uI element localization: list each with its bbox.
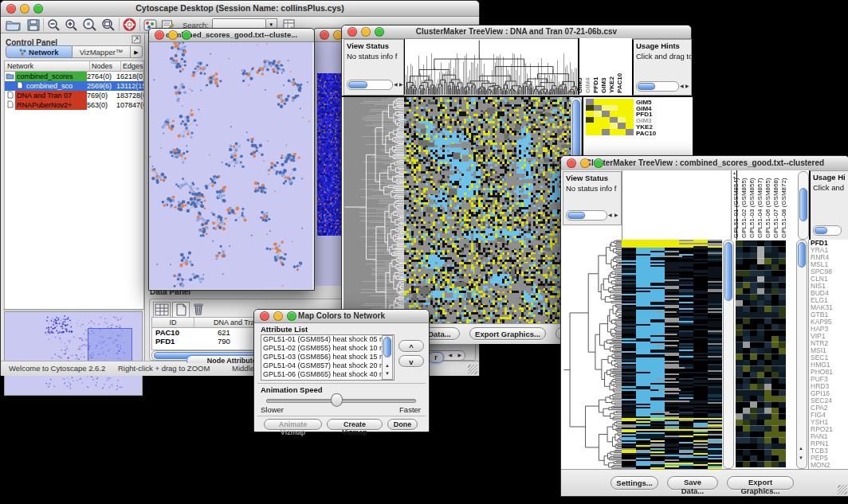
gene-list[interactable]: PFD1YRA1RNR4MSL1SPC98CLN1NIS1BUD4ELG1MAK… xyxy=(808,240,842,469)
summary-cell[interactable] xyxy=(586,99,594,105)
zoom-out-icon[interactable] xyxy=(47,18,61,31)
list-item[interactable]: GPI16 xyxy=(811,390,842,397)
vscroll-thumb[interactable] xyxy=(383,337,391,357)
settings-button[interactable]: Settings... xyxy=(610,476,658,490)
list-item[interactable]: MSI1 xyxy=(811,347,842,354)
list-item[interactable]: GPL51-06 (GSM865) heat shock 40 min xyxy=(261,370,394,379)
list-item[interactable]: GPL51-04 (GSM857) heat shock 20 min xyxy=(261,361,394,370)
global-heatmap-canvas[interactable] xyxy=(404,97,571,323)
list-item[interactable]: PAC10 xyxy=(636,131,656,137)
summary-cell[interactable] xyxy=(618,99,626,105)
minimize-button[interactable] xyxy=(273,311,283,321)
help-lifering-icon[interactable] xyxy=(123,18,136,31)
heatmap-vscrollbar[interactable] xyxy=(723,240,734,469)
create-vizmap-button[interactable]: Create Vizmap xyxy=(327,419,383,430)
view-status-hscrollbar[interactable] xyxy=(566,210,607,221)
close-button[interactable] xyxy=(6,4,16,14)
list-item[interactable]: GPL51-03 (GSM856) heat shock 15 min xyxy=(261,353,394,361)
save-data-button[interactable]: Save Data... xyxy=(667,476,718,490)
scroll-right-icon[interactable]: ▶ xyxy=(399,82,403,88)
minimize-button[interactable] xyxy=(168,30,178,40)
summary-cell[interactable] xyxy=(618,105,626,111)
list-item[interactable]: YKE2 xyxy=(608,76,615,93)
row-dendrogram-canvas[interactable] xyxy=(563,240,622,469)
zoom-button[interactable] xyxy=(594,158,603,168)
list-item[interactable]: GPL51-06 (GSM865) xyxy=(764,178,771,238)
summary-cell[interactable] xyxy=(618,117,626,123)
list-item[interactable]: GPL51-08 (GSM872) xyxy=(780,178,787,238)
column-labels-vscrollbar[interactable] xyxy=(798,171,809,240)
list-item[interactable]: HMG1 xyxy=(811,361,842,369)
list-item[interactable]: PFD1 xyxy=(592,77,599,93)
summary-cell[interactable] xyxy=(602,111,610,117)
open-file-icon[interactable] xyxy=(6,19,21,31)
list-item[interactable]: ELG1 xyxy=(811,297,842,304)
close-button[interactable] xyxy=(260,311,269,321)
scroll-left-icon[interactable]: ◀ xyxy=(608,213,612,218)
minimize-button[interactable] xyxy=(20,4,29,14)
row-dendrogram-canvas[interactable] xyxy=(344,97,404,323)
summary-cell[interactable] xyxy=(610,111,618,117)
summary-cell[interactable] xyxy=(586,111,594,117)
animate-vizmap-button[interactable]: Animate Vizmap xyxy=(264,419,322,430)
summary-cell[interactable] xyxy=(610,99,618,105)
node-attribute-browser-tab[interactable]: Node Attribute Browser xyxy=(186,352,255,363)
list-item[interactable]: GPL51-07 (GSM868) heat shock 60 min xyxy=(261,379,394,381)
zoom-button[interactable] xyxy=(375,27,384,37)
list-item[interactable]: PAC10 xyxy=(616,73,623,93)
scroll-right-icon[interactable]: ▶ xyxy=(685,84,689,89)
zoom-in-icon[interactable] xyxy=(65,18,78,31)
scroll-up-icon[interactable]: ▲ xyxy=(385,363,390,369)
summary-cell[interactable] xyxy=(626,99,634,105)
summary-cell[interactable] xyxy=(586,123,594,129)
list-item[interactable]: CPA2 xyxy=(811,404,842,412)
main-titlebar[interactable]: Cytoscape Desktop (Session Name: collins… xyxy=(1,1,479,17)
zoom-selected-icon[interactable] xyxy=(82,18,97,31)
list-item[interactable]: YRA1 xyxy=(811,247,842,254)
close-button[interactable] xyxy=(567,158,576,168)
summary-cell[interactable] xyxy=(610,105,618,111)
dense-network-canvas[interactable] xyxy=(317,73,343,236)
vscroll-thumb[interactable] xyxy=(798,242,806,268)
column-labels[interactable]: GIM5GIM4PFD1GIM3YKE2PAC10 xyxy=(578,38,632,95)
list-item[interactable]: PHO81 xyxy=(811,369,842,376)
summary-cell[interactable] xyxy=(618,111,626,117)
list-item[interactable]: GPL51-01 (GSM854) xyxy=(732,178,740,238)
list-item[interactable]: GPL51-01 (GSM854) heat shock 05 min xyxy=(261,335,394,344)
summary-cell[interactable] xyxy=(626,111,634,117)
tab-overflow-button[interactable]: ▶ xyxy=(131,45,143,58)
treeview2-column-labels[interactable]: GPL51-01 (GSM854)GPL51-02 (GSM855)GPL51-… xyxy=(736,170,809,240)
usage-hints-hscrollbar[interactable] xyxy=(813,225,842,236)
list-item[interactable]: YSH1 xyxy=(811,419,842,426)
scroll-up-icon[interactable]: ▲ xyxy=(799,446,803,451)
attribute-list[interactable]: GPL51-01 (GSM854) heat shock 05 minGPL51… xyxy=(261,334,395,381)
scroll-down-icon[interactable]: ▼ xyxy=(799,455,803,461)
minimize-button[interactable] xyxy=(361,27,371,37)
view-status-hscrollbar[interactable] xyxy=(347,80,393,90)
usage-hints-hscrollbar[interactable] xyxy=(636,81,679,92)
speed-slider-thumb[interactable] xyxy=(331,393,343,407)
birdseye-view[interactable] xyxy=(4,311,143,396)
move-up-button[interactable]: ^ xyxy=(398,340,424,352)
summary-cell[interactable] xyxy=(594,117,602,123)
list-item[interactable]: RPO21 xyxy=(811,426,842,433)
summary-cell[interactable] xyxy=(594,111,602,117)
summary-cell[interactable] xyxy=(602,99,610,105)
network-table-header[interactable]: Network Nodes Edges xyxy=(5,61,143,72)
summary-cell[interactable] xyxy=(610,117,618,123)
trash-icon[interactable] xyxy=(191,302,206,316)
minimize-button[interactable] xyxy=(580,158,590,168)
summary-cell[interactable] xyxy=(602,129,610,135)
scroll-right-icon[interactable]: ▶ xyxy=(457,353,461,358)
save-icon[interactable] xyxy=(27,19,40,31)
zoom-button[interactable] xyxy=(182,30,191,40)
list-item[interactable]: GIM4 xyxy=(584,77,591,93)
network-row-dna-tran[interactable]: DNA and Tran 07 769(0) 183728(0) xyxy=(5,91,143,100)
network-row-combined-scores[interactable]: combined_scores 2764(0) 16218(0) xyxy=(5,72,143,81)
list-item[interactable]: SEC24 xyxy=(811,397,842,404)
summary-cell[interactable] xyxy=(610,123,618,129)
list-item[interactable]: GIM3 xyxy=(600,77,607,93)
list-item[interactable]: HAP3 xyxy=(811,326,842,333)
table-icon[interactable] xyxy=(153,302,171,318)
scroll-left-icon[interactable]: ◀ xyxy=(680,84,684,89)
